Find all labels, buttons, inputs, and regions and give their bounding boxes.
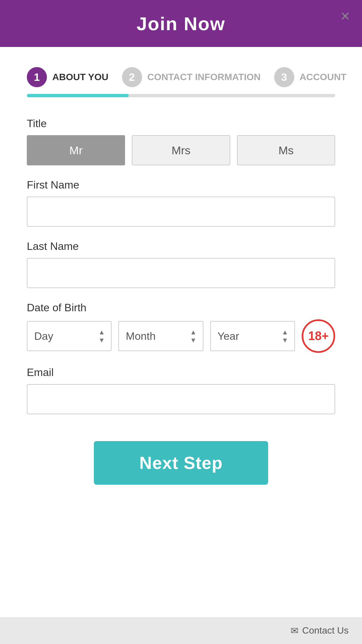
contact-us-label: Contact Us xyxy=(302,625,349,636)
progress-bar-fill xyxy=(27,94,129,97)
email-input[interactable] xyxy=(27,384,335,414)
step-3-circle: 3 xyxy=(274,67,294,87)
year-select-wrapper: Year 2006200520042003 2002200120001999 1… xyxy=(210,321,295,351)
footer: ✉ Contact Us xyxy=(0,617,362,644)
month-select[interactable]: Month JanuaryFebruaryMarch AprilMayJune … xyxy=(118,321,203,351)
first-name-label: First Name xyxy=(27,179,335,191)
last-name-input[interactable] xyxy=(27,258,335,288)
first-name-input[interactable] xyxy=(27,197,335,227)
contact-us-link[interactable]: ✉ Contact Us xyxy=(291,625,349,636)
title-buttons-group: Mr Mrs Ms xyxy=(27,135,335,165)
last-name-label: Last Name xyxy=(27,240,335,253)
age-badge: 18+ xyxy=(302,319,335,353)
step-1: 1 ABOUT YOU xyxy=(27,67,109,87)
step-3: 3 ACCOUNT xyxy=(274,67,347,87)
header-title: Join Now xyxy=(137,13,226,35)
dob-row: Day 12345 678910 1112131415 1617181920 2… xyxy=(27,319,335,353)
next-step-button[interactable]: Next Step xyxy=(94,441,268,485)
steps-indicator: 1 ABOUT YOU 2 CONTACT INFORMATION 3 ACCO… xyxy=(27,67,335,87)
main-content: 1 ABOUT YOU 2 CONTACT INFORMATION 3 ACCO… xyxy=(0,47,362,617)
month-select-wrapper: Month JanuaryFebruaryMarch AprilMayJune … xyxy=(118,321,203,351)
title-label: Title xyxy=(27,117,335,130)
email-label: Email xyxy=(27,366,335,379)
title-ms-button[interactable]: Ms xyxy=(237,135,335,165)
step-2-circle: 2 xyxy=(122,67,142,87)
dob-label: Date of Birth xyxy=(27,302,335,314)
day-select[interactable]: Day 12345 678910 1112131415 1617181920 2… xyxy=(27,321,112,351)
title-mr-button[interactable]: Mr xyxy=(27,135,125,165)
title-mrs-button[interactable]: Mrs xyxy=(132,135,230,165)
modal-header: Join Now xyxy=(0,0,362,47)
year-select[interactable]: Year 2006200520042003 2002200120001999 1… xyxy=(210,321,295,351)
progress-bar xyxy=(27,94,335,97)
email-icon: ✉ xyxy=(291,625,298,636)
step-3-label: ACCOUNT xyxy=(300,72,347,83)
step-2-label: CONTACT INFORMATION xyxy=(147,72,261,83)
close-button[interactable]: × xyxy=(341,8,350,24)
step-1-label: ABOUT YOU xyxy=(52,72,109,83)
day-select-wrapper: Day 12345 678910 1112131415 1617181920 2… xyxy=(27,321,112,351)
step-2: 2 CONTACT INFORMATION xyxy=(122,67,261,87)
step-1-circle: 1 xyxy=(27,67,47,87)
